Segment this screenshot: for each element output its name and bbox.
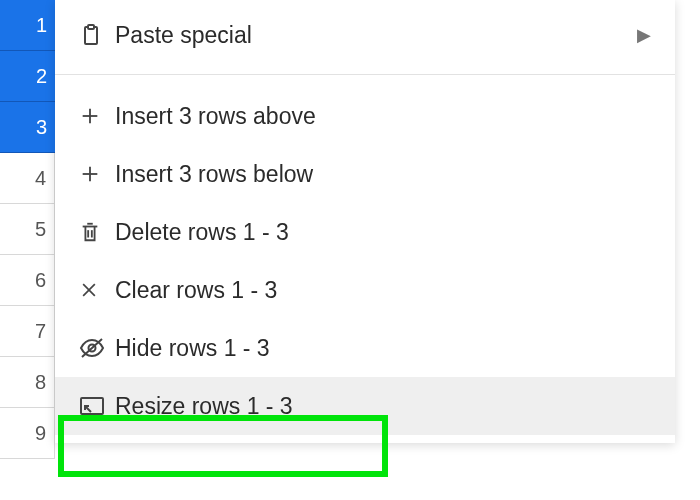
resize-icon: [79, 396, 115, 416]
row-header-5[interactable]: 5: [0, 204, 55, 255]
chevron-right-icon: ▶: [637, 24, 651, 46]
menu-item-insert-rows-below[interactable]: Insert 3 rows below: [55, 145, 675, 203]
menu-label: Hide rows 1 - 3: [115, 335, 651, 362]
row-number: 6: [35, 269, 46, 292]
menu-item-resize-rows[interactable]: Resize rows 1 - 3: [55, 377, 675, 435]
row-header-2[interactable]: 2: [0, 51, 55, 102]
row-header-9[interactable]: 9: [0, 408, 55, 459]
row-number: 9: [35, 422, 46, 445]
menu-label: Delete rows 1 - 3: [115, 219, 651, 246]
row-header-3[interactable]: 3: [0, 102, 55, 153]
plus-icon: [79, 163, 115, 185]
row-number: 4: [35, 167, 46, 190]
menu-label: Insert 3 rows above: [115, 103, 651, 130]
menu-item-insert-rows-above[interactable]: Insert 3 rows above: [55, 87, 675, 145]
row-header-1[interactable]: 1: [0, 0, 55, 51]
context-menu: Paste special ▶ Insert 3 rows above Inse…: [55, 0, 675, 443]
menu-item-delete-rows[interactable]: Delete rows 1 - 3: [55, 203, 675, 261]
plus-icon: [79, 105, 115, 127]
row-number: 5: [35, 218, 46, 241]
row-header-7[interactable]: 7: [0, 306, 55, 357]
menu-item-paste-special[interactable]: Paste special ▶: [55, 6, 675, 64]
menu-label: Insert 3 rows below: [115, 161, 651, 188]
menu-separator: [55, 74, 675, 75]
row-header-8[interactable]: 8: [0, 357, 55, 408]
row-header-4[interactable]: 4: [0, 153, 55, 204]
row-number: 7: [35, 320, 46, 343]
svg-rect-1: [88, 25, 94, 29]
row-number: 2: [36, 65, 47, 88]
row-number: 1: [36, 14, 47, 37]
menu-item-hide-rows[interactable]: Hide rows 1 - 3: [55, 319, 675, 377]
close-icon: [79, 280, 115, 300]
row-headers: 1 2 3 4 5 6 7 8 9: [0, 0, 55, 500]
row-number: 3: [36, 116, 47, 139]
row-number: 8: [35, 371, 46, 394]
eye-off-icon: [79, 337, 115, 359]
trash-icon: [79, 220, 115, 244]
clipboard-icon: [79, 23, 115, 47]
menu-item-clear-rows[interactable]: Clear rows 1 - 3: [55, 261, 675, 319]
menu-label: Clear rows 1 - 3: [115, 277, 651, 304]
menu-label: Paste special: [115, 22, 637, 49]
menu-label: Resize rows 1 - 3: [115, 393, 651, 420]
row-header-6[interactable]: 6: [0, 255, 55, 306]
